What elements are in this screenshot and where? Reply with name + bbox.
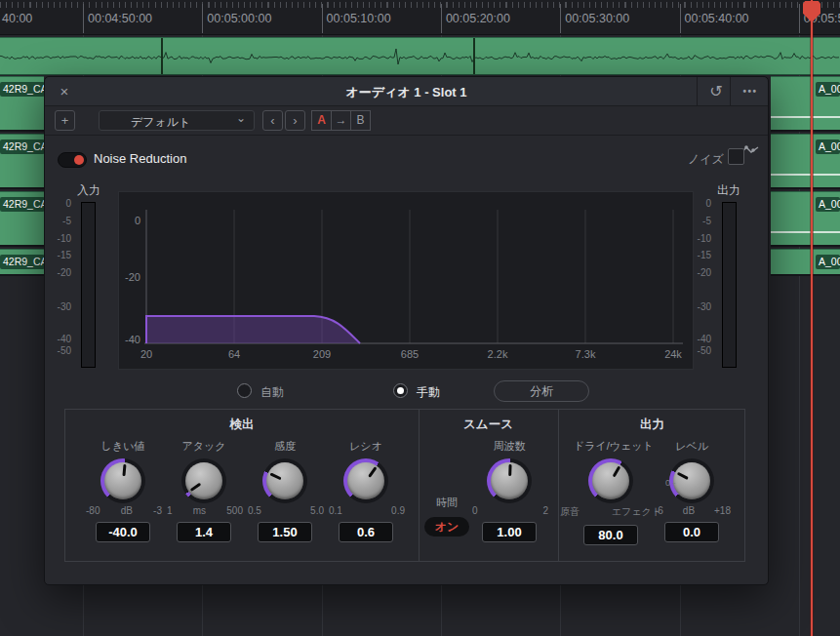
dialog-titlebar: × オーディオ 1 - Slot 1 ↺ ••• <box>45 77 768 106</box>
knob-label: レベル <box>655 439 729 453</box>
meter-scale-label: -15 <box>48 250 71 260</box>
meter-scale-label: -20 <box>48 267 71 278</box>
knob-value-field[interactable]: 1.00 <box>482 522 537 542</box>
knob-アタック[interactable] <box>181 458 226 503</box>
ruler-major-tick <box>799 4 800 33</box>
knob-range: 0.10.9 <box>329 505 405 516</box>
knob-label: 周波数 <box>472 439 546 453</box>
knob-value-field[interactable]: 1.4 <box>177 522 231 542</box>
timecode-label: 00:05:30:00 <box>565 12 629 25</box>
overflow-menu-icon[interactable]: ••• <box>734 82 767 101</box>
time-on-button[interactable]: オン <box>424 517 469 537</box>
knob-pointer <box>508 464 511 476</box>
manual-radio-label[interactable]: 手動 <box>417 384 440 401</box>
knob-unit-しきい値: しきい値-80dB-3-40.0 <box>86 439 160 542</box>
knob-unit-レベル: レベル0 --6dB+180.0 <box>655 439 729 542</box>
clip-name-badge: 42R9_CA <box>0 82 45 97</box>
knob-レベル[interactable]: 0 - <box>669 458 714 503</box>
auto-radio-label[interactable]: 自動 <box>260 384 284 401</box>
timecode-label: 00:04:50:00 <box>88 12 152 25</box>
clip-name-badge: A_00 <box>816 139 840 154</box>
timecode-label: 40:00 <box>2 12 32 25</box>
input-meter <box>81 202 96 368</box>
knob-周波数[interactable] <box>487 458 532 503</box>
dialog-title: オーディオ 1 - Slot 1 <box>45 84 768 101</box>
ab-compare-b-button[interactable]: B <box>350 110 371 131</box>
noise-checkbox[interactable] <box>728 148 744 165</box>
history-icon[interactable]: ↺ <box>704 81 728 102</box>
knob-value-field[interactable]: 0.0 <box>664 522 719 542</box>
audio-clip[interactable]: 42R9_CA <box>0 249 44 276</box>
svg-text:24k: 24k <box>664 348 682 360</box>
next-preset-button[interactable]: › <box>285 110 305 131</box>
audio-clip[interactable]: A_00 <box>771 249 840 276</box>
clip-name-badge: 42R9_CA <box>0 255 45 269</box>
timecode-label: 00:05:00:00 <box>207 12 271 25</box>
output-meter-label: 出力 <box>714 182 743 199</box>
svg-text:2.2k: 2.2k <box>488 348 508 360</box>
svg-text:-20: -20 <box>125 271 140 283</box>
audio-clip[interactable]: A_00 <box>771 191 840 247</box>
analyze-button[interactable]: 分析 <box>494 380 589 402</box>
knob-value-field[interactable]: 1.50 <box>258 522 312 542</box>
svg-text:-40: -40 <box>125 334 140 345</box>
input-meter-label: 入力 <box>74 182 103 199</box>
knob-value-field[interactable]: -40.0 <box>96 522 150 542</box>
knob-unit-レシオ: レシオ0.10.90.6 <box>329 439 403 542</box>
meter-scale-label: -20 <box>688 267 711 278</box>
knob-レシオ[interactable] <box>343 458 388 503</box>
svg-text:64: 64 <box>228 348 240 360</box>
knob-ドライ/ウェット[interactable] <box>588 458 633 503</box>
svg-text:685: 685 <box>401 348 419 360</box>
meter-scale-label: -30 <box>688 301 711 312</box>
meter-scale-label: -10 <box>48 233 71 244</box>
ruler-major-tick <box>322 4 323 33</box>
knob-value-field[interactable]: 0.6 <box>339 522 393 542</box>
app-window: 40:0000:04:50:0000:05:00:0000:05:10:0000… <box>0 0 840 636</box>
audio-clip[interactable]: A_00 <box>771 134 840 189</box>
knob-unit-アタック: アタック1ms5001.4 <box>167 439 241 542</box>
playhead-line[interactable] <box>811 0 813 636</box>
manual-radio[interactable] <box>393 383 408 398</box>
knob-value-field[interactable]: 80.0 <box>583 525 638 545</box>
clip-boundary <box>161 38 163 74</box>
ab-compare-a-button[interactable]: A <box>311 110 332 131</box>
automation-line <box>771 116 840 118</box>
knob-感度[interactable] <box>262 458 307 503</box>
section-title-output: 出力 <box>558 417 746 433</box>
ruler-major-tick <box>441 4 442 33</box>
ab-copy-arrow-button[interactable]: → <box>331 110 351 131</box>
svg-text:0: 0 <box>135 215 140 226</box>
auto-radio[interactable] <box>237 383 252 398</box>
meter-scale-label: -5 <box>688 216 711 226</box>
knob-range: 1ms500 <box>167 505 243 516</box>
audio-clip-band[interactable] <box>0 37 840 75</box>
timecode-label: 00:05:40:00 <box>685 12 749 25</box>
meter-scale-label: -50 <box>48 345 71 356</box>
add-preset-button[interactable]: + <box>55 110 75 131</box>
automation-line <box>771 231 840 233</box>
waveform <box>0 38 840 76</box>
ruler-major-tick <box>83 4 84 33</box>
meter-scale-label: -5 <box>48 216 71 226</box>
clip-name-badge: A_00 <box>816 255 840 269</box>
divider <box>730 77 731 106</box>
output-meter <box>722 202 737 368</box>
meter-scale-label: 0 <box>48 198 71 209</box>
svg-text:20: 20 <box>140 348 152 360</box>
noise-profile-graph: 20642096852.2k7.3k24k0-20-40 <box>118 191 694 370</box>
knob-しきい値[interactable] <box>100 458 145 503</box>
preset-select[interactable]: デフォルト ⌄ <box>99 110 255 131</box>
audio-clip[interactable]: 42R9_CA <box>0 76 44 132</box>
effect-enable-toggle[interactable] <box>58 152 87 168</box>
prev-preset-button[interactable]: ‹ <box>262 110 283 131</box>
timeline-ruler[interactable]: 40:0000:04:50:0000:05:00:0000:05:10:0000… <box>0 0 840 35</box>
ruler-minor-ticks <box>0 2 840 8</box>
knob-range: 0.55.0 <box>248 505 324 516</box>
zero-mark: 0 - <box>665 478 676 488</box>
audio-clip[interactable]: 42R9_CA <box>0 191 44 247</box>
knob-unit-感度: 感度0.55.01.50 <box>248 439 322 542</box>
audio-clip[interactable]: 42R9_CA <box>0 134 44 189</box>
audio-clip[interactable]: A_00 <box>771 76 840 132</box>
knob-label: ドライ/ウェット <box>574 439 648 453</box>
